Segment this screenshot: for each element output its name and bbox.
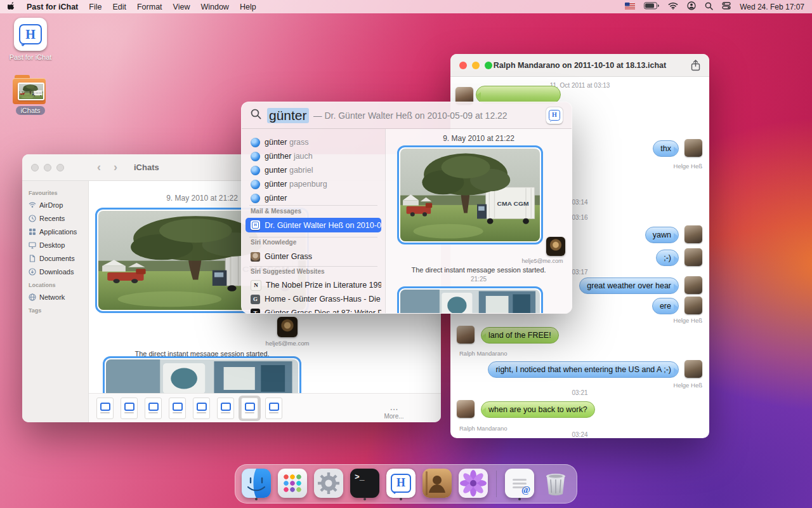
past-for-ichat-app-icon: H	[546, 107, 563, 124]
website-result[interactable]: G Home - Günter Grass-Haus - Die Lüb…	[246, 292, 381, 306]
menu-format[interactable]: Format	[137, 3, 162, 11]
dock-item-launchpad[interactable]	[278, 466, 307, 502]
search-completion: — Dr. Günter Walter Heß on 2010-05-09 at…	[313, 110, 508, 121]
chat-timestamp: 03:24	[450, 431, 709, 438]
user-switch-icon[interactable]	[687, 1, 696, 12]
chat-bubble: ere	[652, 298, 679, 314]
filmstrip-thumbnail[interactable]	[166, 396, 188, 421]
buddy-avatar	[277, 317, 298, 337]
filmstrip-thumbnail[interactable]	[118, 396, 140, 421]
web-globe-icon	[251, 166, 260, 175]
share-icon[interactable]	[691, 60, 700, 74]
spotlight-menu-icon[interactable]	[705, 2, 713, 12]
sidebar-item-network[interactable]: Network	[22, 290, 88, 304]
filmstrip-thumbnail[interactable]	[94, 396, 116, 421]
wifi-icon[interactable]	[668, 2, 678, 11]
chat-bubble: thx	[653, 140, 679, 157]
dock-item-finder[interactable]	[242, 466, 271, 502]
desktop-icon-ichats-folder[interactable]: iChats	[4, 75, 57, 114]
preview-status-text: The direct instant message session start…	[386, 266, 572, 274]
search-input[interactable]: günter	[267, 108, 309, 123]
mail-result-selected[interactable]: H Dr. Günter Walter Heß on 2010-05-09…	[246, 218, 381, 232]
buddy-avatar	[546, 237, 565, 256]
sidebar-item-airdrop[interactable]: AirDrop	[22, 198, 88, 211]
suggestion-row[interactable]: günter papenburg	[246, 177, 381, 191]
dock-item-photos-flower[interactable]	[459, 466, 488, 502]
spotlight-results-list: günter grass günther jauch gunter gabrie…	[242, 129, 385, 313]
dock: >_ H @	[235, 464, 577, 504]
dock-item-contacts[interactable]	[422, 466, 452, 502]
zoom-button[interactable]	[56, 164, 64, 171]
filmstrip-thumbnail[interactable]	[142, 396, 164, 421]
menu-view[interactable]: View	[173, 3, 190, 11]
finder-window-title: iChats	[134, 163, 159, 172]
sidebar-locations-header: Locations	[22, 278, 88, 290]
sidebar-item-downloads[interactable]: Downloads	[22, 265, 88, 278]
close-button[interactable]	[459, 62, 467, 69]
knowledge-result[interactable]: Günter Grass	[246, 250, 381, 264]
desktop-icon-label: iChats	[16, 106, 44, 115]
chat-bubble: when are you back to work?	[481, 401, 595, 418]
siri-websites-header: Siri Suggested Websites	[251, 268, 381, 275]
ichat-file-icon	[265, 398, 282, 419]
gallery-filmstrip: ⋯ More...	[89, 393, 441, 422]
dock-item-trash[interactable]	[541, 466, 570, 502]
desktop-icon-past-for-ichat[interactable]: H Past for iChat	[4, 18, 57, 61]
minimize-button[interactable]	[44, 164, 51, 171]
website-result[interactable]: T Günter Grass Dies at 87; Writer Pried…	[246, 306, 381, 314]
control-center-icon[interactable]	[722, 2, 731, 11]
minimize-button[interactable]	[472, 62, 480, 69]
close-button[interactable]	[31, 164, 39, 171]
filmstrip-thumbnail[interactable]	[263, 396, 285, 421]
menu-clock[interactable]: Wed 24. Feb 17:07	[740, 3, 804, 11]
dock-item-past-for-ichat[interactable]: H	[386, 466, 416, 502]
filmstrip-thumbnail-selected[interactable]	[239, 396, 261, 421]
filmstrip-thumbnail[interactable]	[214, 396, 237, 421]
suggestion-row[interactable]: günter	[246, 191, 381, 205]
dock-item-system-preferences[interactable]	[314, 466, 343, 502]
chat-bubble: yawn	[645, 227, 679, 243]
helge-avatar	[684, 276, 702, 294]
sidebar-item-desktop[interactable]: Desktop	[22, 238, 88, 251]
dock-item-mail-archive[interactable]: @	[505, 466, 534, 502]
chat-title-bar[interactable]: Ralph Mandarano on 2011-10-10 at 18.13.i…	[450, 54, 709, 77]
website-result[interactable]: N The Nobel Prize in Literature 1999	[246, 278, 381, 292]
menu-file[interactable]: File	[89, 3, 102, 11]
past-for-ichat-app-icon: H	[251, 220, 260, 230]
sidebar-item-documents[interactable]: Documents	[22, 251, 88, 265]
menu-edit[interactable]: Edit	[112, 3, 126, 11]
filmstrip-more-button[interactable]: ⋯ More...	[375, 406, 413, 420]
suggestion-row[interactable]: günter grass	[246, 135, 381, 149]
divider	[249, 266, 377, 267]
suggestion-row[interactable]: günther jauch	[246, 149, 381, 163]
back-button[interactable]: ‹	[97, 161, 101, 174]
spotlight-search-bar[interactable]: günter — Dr. Günter Walter Heß on 2010-0…	[242, 102, 572, 129]
menu-window[interactable]: Window	[200, 3, 228, 11]
helge-avatar	[684, 297, 702, 314]
airdrop-icon	[29, 201, 36, 209]
launchpad-icon	[278, 469, 307, 498]
preview-photo	[397, 145, 543, 244]
web-globe-icon	[251, 194, 260, 203]
flower-icon	[459, 469, 488, 498]
forward-button[interactable]: ›	[114, 161, 117, 174]
finder-icon	[242, 469, 271, 498]
menu-app-name[interactable]: Past for iChat	[27, 3, 78, 11]
menu-help[interactable]: Help	[240, 3, 256, 11]
chat-sender-label: Helge Heß	[674, 317, 702, 324]
filmstrip-thumbnail[interactable]	[190, 396, 213, 421]
ellipsis-icon: ⋯	[375, 406, 413, 413]
portrait-icon	[251, 252, 260, 262]
input-source-flag-icon[interactable]	[625, 3, 635, 11]
sidebar-item-recents[interactable]: Recents	[22, 211, 88, 225]
ichat-file-icon	[96, 398, 114, 419]
web-globe-icon	[251, 180, 260, 189]
battery-icon[interactable]	[644, 2, 659, 11]
dock-item-terminal[interactable]: >_	[350, 466, 379, 502]
sidebar-item-applications[interactable]: Applications	[22, 225, 88, 238]
zoom-button[interactable]	[485, 62, 492, 69]
suggestion-row[interactable]: gunter gabriel	[246, 163, 381, 177]
chat-sender-label: Helge Heß	[674, 163, 702, 170]
web-globe-icon	[251, 138, 260, 147]
apple-menu-icon[interactable]	[8, 1, 16, 13]
